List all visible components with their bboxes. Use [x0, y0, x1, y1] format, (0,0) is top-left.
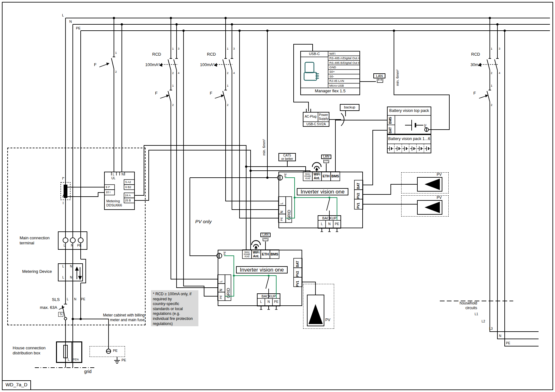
inv1-meter3: RJ45	[303, 177, 312, 180]
bus-l-label: L	[62, 13, 64, 17]
meterdev-bn: N	[70, 276, 72, 279]
rcd3-p4: 4	[499, 71, 500, 75]
inv2-meter3: RJ45	[243, 255, 251, 258]
rcd1-f2: 2	[172, 103, 174, 107]
pv-module1-frame	[417, 177, 442, 192]
rcd2-f1: 1	[227, 84, 228, 87]
household-l2: L2	[482, 320, 485, 323]
backup-plug	[329, 111, 346, 126]
inv1-lan-box: LAN	[321, 155, 331, 159]
inv1-name: Inverter vision one	[297, 188, 348, 195]
psu-supply: Supply	[318, 117, 329, 120]
rcd3-f2: 2	[491, 103, 492, 107]
note-line2: required by	[153, 297, 198, 302]
inv1-grid-pe: PE	[280, 215, 283, 221]
rcd1-f1: 1	[172, 84, 174, 87]
note-line7: regulations)	[153, 322, 198, 327]
rcd2-p1: 1	[227, 47, 228, 50]
inv1-bat: BAT	[357, 181, 360, 189]
rcd3-l	[487, 18, 539, 332]
rcd2-p4: 4	[233, 71, 235, 75]
bus-lines	[65, 18, 550, 31]
lan-connector-inv1	[324, 160, 329, 163]
main-fuse-label: F	[94, 63, 97, 67]
house-l: L	[68, 358, 70, 361]
sls-l: L	[67, 297, 69, 301]
rcd1-label: RCD	[152, 52, 161, 57]
earth-pe2: PE	[122, 358, 126, 362]
household-label1: household	[446, 301, 477, 305]
inv2-pe: PE	[223, 249, 226, 255]
rcd2-p2: 2	[227, 71, 228, 75]
lan-connector-inv2	[263, 238, 268, 241]
rcd2-rating: 100mA*	[200, 63, 215, 67]
rcd1-pe	[184, 31, 218, 296]
rcd3-rating: 30mA	[471, 63, 481, 67]
sls-n: N	[74, 297, 76, 301]
battery-bms: BMS	[389, 116, 392, 124]
rcd1-p1: 1	[172, 47, 174, 50]
pv-module3-frame	[307, 295, 324, 326]
ddsu-cell-24: 24 A	[125, 194, 131, 197]
rcd2-fuse-label: F	[210, 91, 212, 96]
inv2-grid: GRID	[226, 277, 231, 298]
manager-row-wifi: WiFi	[329, 52, 335, 56]
rcd2-label: RCD	[207, 52, 216, 57]
inv1-backup-n: N	[326, 222, 333, 226]
battery-title: Battery vision top pack	[387, 108, 431, 113]
inv1-wifi1: WiFi	[312, 173, 321, 176]
inv2-bat: BAT	[296, 260, 299, 267]
drawing-title: WD_7a_D	[2, 382, 31, 388]
household-pe: PE	[506, 341, 510, 345]
meterdev-tn: N	[70, 265, 72, 268]
psu-acplug: AC-Plug	[303, 115, 318, 118]
inv1-wifi2: Ant.	[312, 176, 321, 180]
house-label1: House connection	[13, 346, 46, 351]
rcd3-label: RCD	[471, 52, 480, 57]
battery-pack-title: Battery vision pack 1...6	[387, 137, 431, 141]
house-label2: distribution box	[13, 351, 40, 356]
ddsu-cell-6: 6 B2	[125, 186, 131, 189]
sls-label: SLS	[52, 297, 60, 302]
inv2-wifi1: WiFi	[252, 251, 261, 254]
battery-bms-wire	[335, 120, 387, 172]
inv1-bms: BMS	[331, 174, 340, 178]
inv2-backup-n: N	[265, 300, 272, 303]
manager-row-rs485a: RS-485 A/Digital Out A	[329, 57, 360, 60]
note-line6: individual fire protection	[153, 316, 198, 322]
ddsu-term-l: L	[113, 173, 115, 176]
ddsu-name1: Metering	[106, 199, 120, 203]
pv2-label: PV	[437, 196, 442, 200]
manager-lan-box: LAN	[373, 73, 385, 78]
backup-label: backup	[340, 105, 359, 109]
manager-row-s0m: S0-	[329, 75, 334, 78]
inv1-grid: GRID	[287, 199, 291, 220]
inv1-backup-pe: PE	[333, 222, 341, 226]
pv1-label: PV	[437, 173, 442, 177]
note-line3: country-specific	[153, 302, 198, 307]
inv2-pv1: PV1	[296, 279, 299, 287]
note-line1: * RCD ≥ 100mA only, if	[153, 292, 198, 297]
rcd2-p3: 3	[233, 47, 235, 50]
rcd3-p1: 1	[491, 47, 492, 50]
inv1-eth: ETH	[321, 174, 331, 178]
inv2-bms: BMS	[270, 252, 279, 256]
pv-module2-frame	[417, 200, 442, 215]
pe-bond-min6-label: min. 6mm²	[262, 133, 266, 156]
manager-title: Manager flex 1.5	[301, 89, 360, 94]
household-l1: L1	[475, 312, 478, 316]
wiring-diagram-page: L N PE F 1 2 RCD 100mA* 1 3 2 4 F 1 2 RC…	[0, 0, 555, 392]
rcd3-p2: 2	[491, 71, 492, 75]
terminal-label2: terminal	[20, 241, 34, 246]
bus-n-label: N	[69, 20, 72, 23]
cat5-label2: or better	[278, 157, 296, 161]
manager-row-s0p: S0+	[329, 70, 335, 74]
pe-terminal-dashed-box	[90, 346, 125, 357]
manager-usbc: USB-C	[301, 52, 328, 56]
terminal-label1: Main connection	[20, 236, 50, 241]
ddsu-cell-5: 5 A2	[125, 181, 131, 184]
pv-only-label: PV only	[195, 219, 212, 224]
rcd1-rating: 100mA*	[145, 63, 160, 67]
household-n: N	[499, 334, 501, 338]
inv2-lan-box: LAN	[260, 233, 271, 237]
